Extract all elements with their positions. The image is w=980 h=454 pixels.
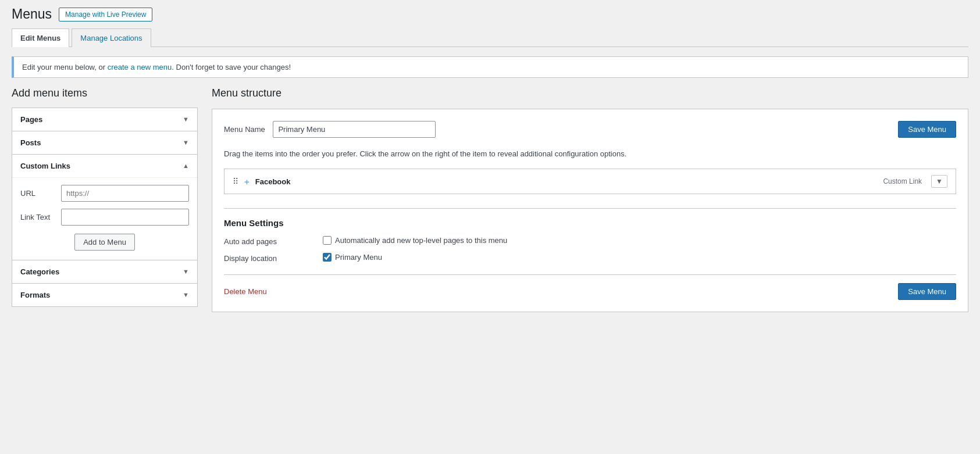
auto-add-label: Auto add pages — [224, 236, 311, 246]
display-location-row: Display location Primary Menu — [224, 253, 956, 263]
link-text-label: Link Text — [20, 213, 55, 221]
menu-item-name: Facebook — [255, 177, 878, 186]
menu-item: ⠿ + Facebook Custom Link ▼ — [224, 169, 956, 194]
menu-item-type: Custom Link — [883, 177, 922, 185]
tab-edit-menus[interactable]: Edit Menus — [12, 28, 69, 47]
accordion-posts-label: Posts — [20, 138, 41, 147]
accordion-categories-header[interactable]: Categories ▼ — [12, 260, 197, 283]
menu-settings-title: Menu Settings — [224, 218, 956, 228]
nav-tabs: Edit Menus Manage Locations — [12, 28, 968, 47]
menu-structure-box: Menu Name Save Menu Drag the items into … — [212, 109, 968, 313]
accordion-formats: Formats ▼ — [12, 283, 198, 307]
display-location-controls: Primary Menu — [323, 253, 382, 262]
menu-name-label: Menu Name — [224, 125, 265, 134]
drag-handle-icon[interactable]: ⠿ — [233, 177, 238, 186]
primary-menu-checkbox[interactable] — [323, 253, 332, 262]
menu-name-input[interactable] — [273, 121, 436, 138]
accordion-posts-header[interactable]: Posts ▼ — [12, 131, 197, 154]
accordion-categories: Categories ▼ — [12, 260, 198, 284]
accordion-pages-header[interactable]: Pages ▼ — [12, 108, 197, 131]
menu-item-toggle-button[interactable]: ▼ — [931, 175, 947, 188]
notice-text-after: . Don't forget to save your changes! — [172, 63, 291, 72]
accordion-posts-arrow: ▼ — [183, 139, 189, 146]
menu-footer: Delete Menu Save Menu — [224, 274, 956, 300]
tab-manage-locations[interactable]: Manage Locations — [72, 28, 151, 47]
menu-structure-title: Menu structure — [212, 87, 968, 99]
auto-add-controls: Automatically add new top-level pages to… — [323, 236, 507, 245]
link-text-input[interactable] — [61, 209, 189, 226]
accordion-custom-links-arrow: ▲ — [183, 162, 189, 169]
menu-items-list: ⠿ + Facebook Custom Link ▼ — [224, 169, 956, 194]
create-new-menu-link[interactable]: create a new menu — [108, 63, 172, 72]
url-label: URL — [20, 189, 55, 198]
menu-settings: Menu Settings Auto add pages Automatical… — [224, 208, 956, 263]
accordion-pages-arrow: ▼ — [183, 116, 189, 123]
accordion-formats-label: Formats — [20, 291, 50, 299]
drag-hint: Drag the items into the order you prefer… — [224, 148, 956, 160]
accordion-pages: Pages ▼ — [12, 108, 198, 131]
plus-icon: + — [244, 177, 250, 187]
menu-item-header: ⠿ + Facebook Custom Link ▼ — [224, 169, 956, 194]
add-menu-items-panel: Add menu items Pages ▼ Posts ▼ Custom Li… — [12, 87, 198, 306]
accordion-custom-links-label: Custom Links — [20, 162, 70, 170]
menu-name-row: Menu Name Save Menu — [224, 121, 956, 138]
auto-add-pages-row: Auto add pages Automatically add new top… — [224, 236, 956, 246]
auto-add-checkbox-text: Automatically add new top-level pages to… — [335, 236, 507, 245]
notice-text-before: Edit your menu below, or — [22, 63, 108, 72]
add-to-menu-button[interactable]: Add to Menu — [74, 234, 135, 251]
accordion-categories-label: Categories — [20, 267, 59, 276]
save-menu-button-bottom[interactable]: Save Menu — [898, 283, 956, 300]
accordion-formats-arrow: ▼ — [183, 291, 189, 298]
accordion-posts: Posts ▼ — [12, 131, 198, 155]
primary-menu-checkbox-label[interactable]: Primary Menu — [323, 253, 382, 262]
notice-bar: Edit your menu below, or create a new me… — [12, 56, 968, 78]
accordion-pages-label: Pages — [20, 115, 42, 124]
url-input[interactable] — [61, 185, 189, 202]
accordion-categories-arrow: ▼ — [183, 268, 189, 275]
live-preview-button[interactable]: Manage with Live Preview — [59, 8, 152, 22]
auto-add-checkbox[interactable] — [323, 236, 332, 245]
menu-structure-panel: Menu structure Menu Name Save Menu Drag … — [212, 87, 968, 313]
primary-menu-checkbox-text: Primary Menu — [335, 253, 382, 262]
add-menu-items-title: Add menu items — [12, 87, 198, 99]
accordion-formats-header[interactable]: Formats ▼ — [12, 284, 197, 306]
auto-add-checkbox-label[interactable]: Automatically add new top-level pages to… — [323, 236, 507, 245]
delete-menu-link[interactable]: Delete Menu — [224, 287, 267, 296]
accordion-custom-links-header[interactable]: Custom Links ▲ — [12, 155, 197, 177]
page-title: Menus — [12, 6, 52, 23]
accordion-custom-links-content: URL Link Text Add to Menu — [12, 177, 197, 260]
save-menu-button-top[interactable]: Save Menu — [898, 121, 956, 138]
display-location-label: Display location — [224, 253, 311, 263]
accordion-custom-links: Custom Links ▲ URL Link Text Add to Menu — [12, 154, 198, 260]
